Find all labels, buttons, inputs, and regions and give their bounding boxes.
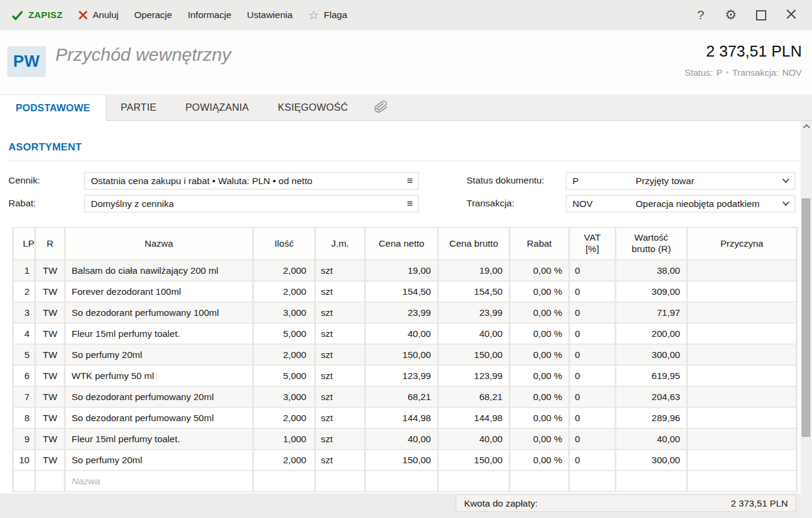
cell-nazwa[interactable]: Forever dezodorant 100ml — [66, 282, 252, 301]
cell-przyczyna[interactable] — [688, 408, 796, 428]
cell-jm[interactable]: szt — [316, 387, 364, 407]
cell-netto[interactable]: 23,99 — [366, 303, 437, 322]
chevron-down-icon[interactable] — [777, 201, 795, 206]
cell-netto[interactable]: 150,00 — [366, 345, 437, 365]
transakcja-select[interactable]: NOV Operacja nieobjęta podatkiem — [566, 195, 795, 212]
cell-brutto[interactable]: 144,98 — [439, 408, 509, 428]
new-item-cell-przyczyna[interactable] — [688, 471, 796, 491]
cell-wartosc[interactable]: 289,96 — [616, 408, 686, 428]
new-item-cell-vat[interactable] — [570, 471, 615, 491]
cell-wartosc[interactable]: 619,95 — [616, 366, 686, 386]
cell-r[interactable]: TW — [36, 303, 64, 322]
cell-vat[interactable]: 0 — [570, 261, 615, 280]
cennik-menu-icon[interactable]: ≡ — [401, 176, 418, 186]
menu-operacje[interactable]: Operacje — [126, 0, 180, 30]
cell-przyczyna[interactable] — [688, 450, 796, 470]
table-row[interactable]: 7TWSo dezodorant perfumowany 20ml3,000sz… — [14, 387, 796, 407]
cell-vat[interactable]: 0 — [570, 366, 615, 386]
new-item-cell-lp[interactable] — [14, 471, 34, 491]
cell-jm[interactable]: szt — [316, 303, 364, 322]
cell-ilosc[interactable]: 3,000 — [254, 303, 314, 322]
cell-brutto[interactable]: 123,99 — [439, 366, 509, 386]
new-item-cell-brutto[interactable] — [439, 471, 509, 491]
tab-ksiegowosc[interactable]: KSIĘGOWOŚĆ — [263, 94, 362, 120]
cell-jm[interactable]: szt — [316, 324, 364, 344]
cell-przyczyna[interactable] — [688, 387, 796, 407]
cell-przyczyna[interactable] — [688, 345, 796, 365]
menu-ustawienia[interactable]: Ustawienia — [239, 0, 300, 30]
cell-rabat[interactable]: 0,00 % — [510, 408, 568, 428]
cell-nazwa[interactable]: So dezodorant perfumowany 50ml — [66, 408, 252, 428]
tab-powiazania[interactable]: POWIĄZANIA — [171, 94, 264, 120]
cell-przyczyna[interactable] — [688, 303, 796, 322]
new-item-cell-ilosc[interactable] — [254, 471, 314, 491]
cell-wartosc[interactable]: 204,63 — [616, 387, 686, 407]
cell-ilosc[interactable]: 2,000 — [254, 408, 314, 428]
cell-brutto[interactable]: 154,50 — [439, 282, 509, 301]
cell-jm[interactable]: szt — [316, 261, 364, 280]
cell-rabat[interactable]: 0,00 % — [510, 387, 568, 407]
rabat-menu-icon[interactable]: ≡ — [401, 199, 418, 209]
cell-przyczyna[interactable] — [688, 429, 796, 449]
tab-podstawowe[interactable]: PODSTAWOWE — [0, 94, 107, 121]
cell-jm[interactable]: szt — [316, 429, 364, 449]
cell-vat[interactable]: 0 — [570, 345, 615, 365]
cell-rabat[interactable]: 0,00 % — [510, 324, 568, 344]
cell-netto[interactable]: 150,00 — [366, 450, 437, 470]
cell-nazwa[interactable]: So dezodorant perfumowany 20ml — [66, 387, 252, 407]
cell-rabat[interactable]: 0,00 % — [510, 450, 568, 470]
menu-informacje[interactable]: Informacje — [180, 0, 239, 30]
cell-rabat[interactable]: 0,00 % — [510, 261, 568, 280]
cell-netto[interactable]: 68,21 — [366, 387, 437, 407]
help-button[interactable]: ? — [686, 0, 716, 30]
new-item-row[interactable]: Nazwa — [14, 471, 796, 491]
table-row[interactable]: 8TWSo dezodorant perfumowany 50ml2,000sz… — [14, 408, 796, 428]
cell-r[interactable]: TW — [36, 261, 64, 280]
cell-przyczyna[interactable] — [688, 261, 796, 280]
scrollbar-thumb[interactable] — [802, 199, 810, 437]
close-button[interactable] — [776, 0, 806, 30]
cell-nazwa[interactable]: Balsam do ciała nawilżający 200 ml — [66, 261, 252, 280]
cell-r[interactable]: TW — [36, 282, 64, 301]
new-item-cell-rabat[interactable] — [510, 471, 568, 491]
cell-lp[interactable]: 3 — [14, 303, 34, 322]
cell-jm[interactable]: szt — [316, 408, 364, 428]
cell-r[interactable]: TW — [36, 450, 64, 470]
cell-lp[interactable]: 2 — [14, 282, 34, 301]
cell-r[interactable]: TW — [36, 366, 64, 386]
cell-nazwa[interactable]: So perfumy 20ml — [66, 450, 252, 470]
cell-ilosc[interactable]: 1,000 — [254, 429, 314, 449]
settings-button[interactable]: ⚙ — [716, 0, 746, 30]
cell-r[interactable]: TW — [36, 324, 64, 344]
cell-netto[interactable]: 144,98 — [366, 408, 437, 428]
cell-ilosc[interactable]: 2,000 — [254, 261, 314, 280]
new-item-cell-r[interactable] — [36, 471, 64, 491]
table-row[interactable]: 10TWSo perfumy 20ml2,000szt150,00150,000… — [14, 450, 796, 470]
cell-r[interactable]: TW — [36, 387, 64, 407]
new-item-cell-jm[interactable] — [316, 471, 364, 491]
tab-partie[interactable]: PARTIE — [107, 94, 171, 120]
cell-nazwa[interactable]: So dezodorant perfumowany 100ml — [66, 303, 252, 322]
cell-przyczyna[interactable] — [688, 366, 796, 386]
cell-jm[interactable]: szt — [316, 366, 364, 386]
cell-ilosc[interactable]: 2,000 — [254, 282, 314, 301]
cancel-button[interactable]: Anuluj — [70, 0, 126, 30]
cell-brutto[interactable]: 23,99 — [439, 303, 509, 322]
cell-jm[interactable]: szt — [316, 345, 364, 365]
cell-ilosc[interactable]: 2,000 — [254, 450, 314, 470]
table-row[interactable]: 1TWBalsam do ciała nawilżający 200 ml2,0… — [14, 261, 796, 280]
rabat-field[interactable]: Domyślny z cennika ≡ — [84, 195, 419, 212]
cell-brutto[interactable]: 150,00 — [439, 450, 509, 470]
cell-rabat[interactable]: 0,00 % — [510, 366, 568, 386]
cell-brutto[interactable]: 68,21 — [439, 387, 509, 407]
cell-przyczyna[interactable] — [688, 282, 796, 301]
cell-wartosc[interactable]: 71,97 — [616, 303, 686, 322]
cell-vat[interactable]: 0 — [570, 324, 615, 344]
cell-brutto[interactable]: 40,00 — [439, 324, 509, 344]
cell-ilosc[interactable]: 3,000 — [254, 387, 314, 407]
cell-lp[interactable]: 9 — [14, 429, 34, 449]
cell-netto[interactable]: 40,00 — [366, 429, 437, 449]
table-row[interactable]: 3TWSo dezodorant perfumowany 100ml3,000s… — [14, 303, 796, 322]
new-item-cell-nazwa[interactable]: Nazwa — [66, 471, 252, 491]
cell-netto[interactable]: 123,99 — [366, 366, 437, 386]
